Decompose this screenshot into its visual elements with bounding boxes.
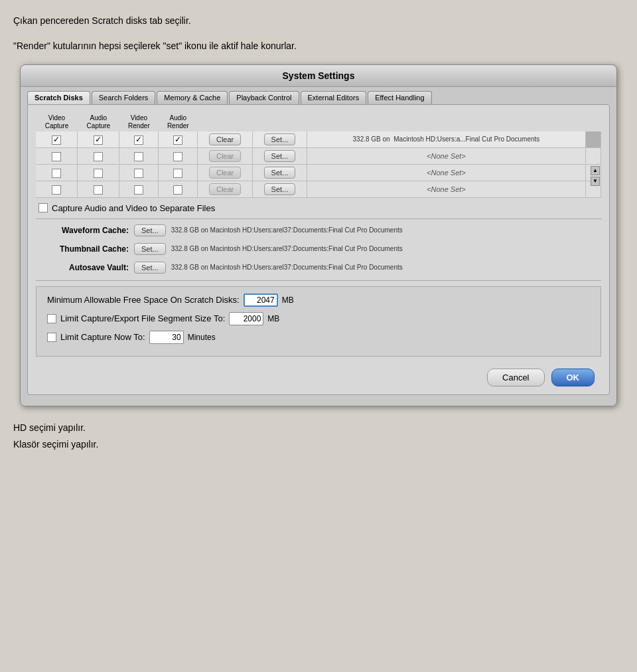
outro: HD seçimi yapılır. Klasör seçimi yapılır…	[13, 420, 624, 453]
scrollbar-arrows: ▲ ▼	[591, 166, 601, 186]
cb-limit-capture-now[interactable]	[47, 333, 56, 342]
separator-2	[36, 280, 601, 281]
col-audio-render: AudioRender	[159, 113, 198, 131]
cb-row3-audio-render[interactable]	[173, 169, 182, 178]
waveform-cache-path: 332.8 GB on Macintosh HD:Users:arel37:Do…	[171, 226, 403, 234]
cb-limit-capture[interactable]	[47, 314, 56, 323]
tab-memory-cache[interactable]: Memory & Cache	[157, 91, 228, 104]
limit-capture-now-unit: Minutes	[188, 333, 216, 342]
min-free-space-input[interactable]	[244, 294, 278, 307]
limit-capture-label: Limit Capture/Export File Segment Size T…	[60, 313, 225, 323]
thumbnail-cache-path: 332.8 GB on Macintosh HD:Users:arel37:Do…	[171, 245, 403, 252]
tabs-row: Scratch Disks Search Folders Memory & Ca…	[21, 87, 616, 104]
limit-capture-now-label: Limit Capture Now To:	[60, 332, 145, 342]
clear-btn-row4[interactable]: Clear	[209, 183, 241, 195]
path-row3: <None Set>	[307, 164, 585, 181]
min-free-space-label: Minimum Allowable Free Space On Scratch …	[47, 295, 240, 305]
limit-capture-now-row: Limit Capture Now To: Minutes	[47, 331, 590, 344]
limit-capture-unit: MB	[267, 314, 279, 323]
cb-row2-video-render[interactable]	[134, 152, 143, 161]
footer-buttons: Cancel OK	[36, 362, 601, 386]
intro-line1: Çıkan pencereden Scratch disks tab seçil…	[13, 13, 624, 28]
tab-search-folders[interactable]: Search Folders	[92, 91, 156, 104]
clear-btn-row2[interactable]: Clear	[209, 150, 241, 162]
autosave-vault-row: Autosave Vault: Set... 332.8 GB on Macin…	[36, 262, 601, 274]
path-row1: 332.8 GB on Macintosh HD:Users:a...Final…	[307, 131, 585, 148]
bottom-settings: Minimum Allowable Free Space On Scratch …	[36, 286, 601, 357]
tab-effect-handling[interactable]: Effect Handling	[368, 91, 431, 104]
cb-row1-audio-render[interactable]	[173, 135, 182, 145]
autosave-vault-label: Autosave Vault:	[36, 263, 129, 272]
cb-row1-video-render[interactable]	[134, 135, 143, 145]
scroll-down-btn[interactable]: ▼	[591, 177, 600, 186]
disk-table-wrap: VideoCapture AudioCapture VideoRender Au…	[36, 113, 601, 198]
dialog-content: Scratch Disks Search Folders Memory & Ca…	[21, 87, 616, 406]
cb-row3-video-capture[interactable]	[52, 169, 61, 178]
disk-row-4: Clear Set... <None Set>	[36, 181, 601, 197]
cb-row3-video-render[interactable]	[134, 169, 143, 178]
tab-external-editors[interactable]: External Editors	[301, 91, 367, 104]
dialog-title: System Settings	[21, 65, 616, 87]
waveform-set-btn[interactable]: Set...	[134, 224, 166, 236]
cb-row1-audio-capture[interactable]	[94, 135, 103, 145]
system-settings-dialog: System Settings Scratch Disks Search Fol…	[20, 64, 617, 406]
cb-row1-video-capture[interactable]	[52, 135, 61, 145]
set-btn-row1[interactable]: Set...	[264, 133, 296, 145]
cb-row2-audio-render[interactable]	[173, 152, 182, 161]
waveform-cache-row: Waveform Cache: Set... 332.8 GB on Macin…	[36, 224, 601, 236]
waveform-cache-label: Waveform Cache:	[36, 226, 129, 235]
path-row4: <None Set>	[307, 181, 585, 197]
clear-btn-row3[interactable]: Clear	[209, 167, 241, 179]
cb-row4-video-render[interactable]	[134, 185, 143, 195]
thumbnail-cache-row: Thumbnail Cache: Set... 332.8 GB on Maci…	[36, 243, 601, 255]
disk-row-1: Clear Set... 332.8 GB on Macintosh HD:Us…	[36, 131, 601, 148]
cb-capture-separate[interactable]	[38, 203, 48, 212]
set-btn-row4[interactable]: Set...	[264, 183, 296, 195]
thumbnail-set-btn[interactable]: Set...	[134, 243, 166, 255]
thumbnail-cache-label: Thumbnail Cache:	[36, 244, 129, 254]
set-btn-row3[interactable]: Set...	[264, 167, 296, 179]
limit-capture-input[interactable]	[229, 312, 263, 325]
scroll-up-btn[interactable]: ▲	[591, 166, 600, 175]
cb-row3-audio-capture[interactable]	[94, 169, 103, 178]
cancel-button[interactable]: Cancel	[487, 369, 544, 386]
capture-separate-row: Capture Audio and Video to Separate File…	[36, 203, 601, 213]
capture-separate-label: Capture Audio and Video to Separate File…	[52, 203, 215, 213]
scratch-disks-table: VideoCapture AudioCapture VideoRender Au…	[36, 113, 601, 198]
path-row2: <None Set>	[307, 147, 585, 164]
autosave-set-btn[interactable]: Set...	[134, 262, 166, 274]
cb-row4-video-capture[interactable]	[52, 185, 61, 195]
scratch-disks-panel: VideoCapture AudioCapture VideoRender Au…	[27, 104, 610, 395]
separator-1	[36, 218, 601, 219]
tab-scratch-disks[interactable]: Scratch Disks	[27, 91, 90, 104]
cb-row2-audio-capture[interactable]	[94, 152, 103, 161]
col-video-capture: VideoCapture	[36, 113, 78, 131]
autosave-vault-path: 332.8 GB on Macintosh HD:Users:arel37:Do…	[171, 264, 403, 271]
col-video-render: VideoRender	[119, 113, 159, 131]
min-free-space-row: Minimum Allowable Free Space On Scratch …	[47, 294, 590, 307]
cb-row4-audio-capture[interactable]	[94, 185, 103, 195]
limit-capture-row: Limit Capture/Export File Segment Size T…	[47, 312, 590, 325]
col-audio-capture: AudioCapture	[78, 113, 119, 131]
outro-line1: HD seçimi yapılır.	[13, 420, 624, 436]
disk-row-2: Clear Set... <None Set>	[36, 147, 601, 164]
ok-button[interactable]: OK	[551, 369, 595, 386]
disk-row-3: Clear Set... <None Set>	[36, 164, 601, 181]
min-free-space-unit: MB	[282, 295, 294, 305]
intro-line2: "Render" kutularının hepsi seçilerek "se…	[13, 39, 624, 53]
tab-playback-control[interactable]: Playback Control	[229, 91, 299, 104]
set-btn-row2[interactable]: Set...	[264, 150, 296, 162]
outro-line2: Klasör seçimi yapılır.	[13, 436, 624, 453]
limit-capture-now-input[interactable]	[149, 331, 184, 344]
clear-btn-row1[interactable]: Clear	[209, 133, 241, 145]
cb-row2-video-capture[interactable]	[52, 152, 61, 161]
cb-row4-audio-render[interactable]	[173, 185, 182, 195]
